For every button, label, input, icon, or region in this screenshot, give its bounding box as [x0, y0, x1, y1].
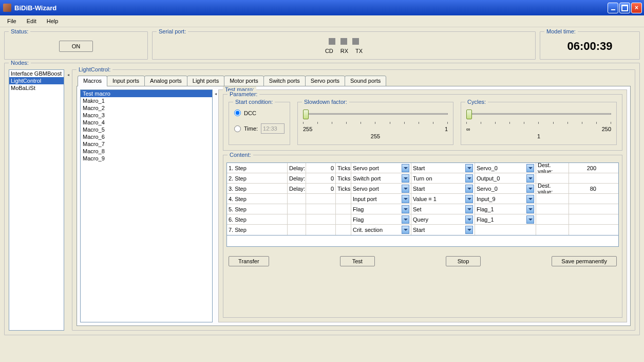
step-label: 6. Step — [227, 214, 288, 224]
tab-motor-ports[interactable]: Motor ports — [224, 76, 264, 86]
chevron-down-icon[interactable] — [465, 164, 473, 172]
tab-light-ports[interactable]: Light ports — [187, 76, 224, 86]
chevron-down-icon[interactable] — [526, 164, 534, 172]
chevron-down-icon[interactable] — [526, 205, 534, 213]
delay-value[interactable] — [306, 194, 336, 204]
close-button[interactable]: × — [631, 3, 642, 13]
node-item[interactable]: LightControl — [9, 77, 64, 84]
action-select[interactable]: Set — [411, 204, 475, 214]
time-input[interactable] — [261, 123, 285, 134]
status-on-button[interactable]: ON — [59, 41, 93, 52]
slowdown-thumb[interactable] — [303, 110, 309, 119]
target-select[interactable]: Output_0 — [475, 173, 536, 183]
test-button[interactable]: Test — [340, 256, 375, 266]
splitter-nodes[interactable] — [67, 68, 69, 331]
macro-item[interactable]: Macro_3 — [81, 112, 212, 119]
chevron-down-icon[interactable] — [526, 185, 534, 193]
save-permanently-button[interactable]: Save permanently — [552, 256, 617, 266]
step-row: 5. StepFlagSetFlag_1 — [227, 204, 618, 214]
target-select[interactable]: Flag_1 — [475, 204, 536, 214]
chevron-down-icon[interactable] — [402, 174, 409, 183]
macro-item[interactable]: Test macro — [81, 90, 212, 97]
dest-value[interactable]: 200 — [569, 163, 598, 173]
chevron-down-icon[interactable] — [402, 185, 409, 193]
target-select[interactable]: Input_9 — [475, 194, 536, 204]
node-item[interactable]: Interface GBMBoost — [9, 70, 64, 77]
port-type-select-value: Flag — [353, 206, 364, 212]
minimize-button[interactable] — [608, 3, 618, 13]
menu-help[interactable]: Help — [43, 17, 63, 25]
splitter-macros[interactable] — [215, 89, 216, 322]
delay-value[interactable]: 0 — [306, 173, 336, 183]
parameter-legend: Parameter: — [228, 91, 259, 97]
tab-sound-ports[interactable]: Sound ports — [345, 76, 386, 86]
menu-file[interactable]: File — [3, 17, 21, 25]
macro-item[interactable]: Macro_5 — [81, 126, 212, 133]
chevron-down-icon[interactable] — [526, 215, 534, 224]
step-row: 7. StepCrit. sectionStart — [227, 225, 618, 235]
delay-value[interactable]: 0 — [306, 163, 336, 173]
tab-macros[interactable]: Macros — [78, 76, 107, 86]
target-select[interactable]: Servo_0 — [475, 163, 536, 173]
target-select[interactable]: Servo_0 — [475, 184, 536, 193]
port-type-select[interactable]: Flag — [351, 204, 411, 214]
tab-servo-ports[interactable]: Servo ports — [305, 76, 345, 86]
dest-value[interactable]: 80 — [569, 184, 598, 193]
menu-edit[interactable]: Edit — [23, 17, 41, 25]
chevron-down-icon[interactable] — [402, 164, 409, 172]
port-type-select[interactable]: Servo port — [351, 184, 411, 193]
chevron-down-icon[interactable] — [465, 226, 473, 234]
chevron-down-icon[interactable] — [526, 195, 534, 203]
port-type-select[interactable]: Switch port — [351, 173, 411, 183]
macro-item[interactable]: Makro_1 — [81, 97, 212, 104]
port-type-select[interactable]: Servo port — [351, 163, 411, 173]
port-type-select[interactable]: Flag — [351, 214, 411, 224]
node-list[interactable]: Interface GBMBoostLightControlMoBaLiSt — [9, 69, 64, 331]
cycles-min: ∞ — [466, 126, 470, 132]
time-radio[interactable] — [234, 125, 241, 132]
transfer-button[interactable]: Transfer — [229, 256, 269, 266]
maximize-button[interactable] — [619, 3, 630, 13]
macro-item[interactable]: Macro_7 — [81, 140, 212, 148]
chevron-down-icon[interactable] — [402, 215, 409, 224]
delay-value[interactable] — [306, 225, 336, 235]
dcc-radio[interactable] — [234, 110, 241, 116]
chevron-down-icon[interactable] — [465, 185, 473, 193]
content-legend: Content: — [228, 152, 253, 158]
chevron-down-icon[interactable] — [465, 205, 473, 213]
tab-switch-ports[interactable]: Switch ports — [263, 76, 306, 86]
action-select[interactable]: Turn on — [411, 173, 475, 183]
macro-item[interactable]: Macro_4 — [81, 119, 212, 126]
macro-list[interactable]: Test macroMakro_1Macro_2Macro_3Macro_4Ma… — [80, 89, 213, 322]
start-condition-group: Start condition: DCC Time: — [229, 102, 290, 145]
delay-value[interactable]: 0 — [306, 184, 336, 193]
target-select[interactable]: Flag_1 — [475, 214, 536, 224]
step-row: 4. StepInput portValue = 1Input_9 — [227, 194, 618, 204]
port-type-select[interactable]: Input port — [351, 194, 411, 204]
cycles-thumb[interactable] — [466, 110, 472, 119]
action-select[interactable]: Query — [411, 214, 475, 224]
action-select[interactable]: Start — [411, 184, 475, 193]
chevron-down-icon[interactable] — [465, 215, 473, 224]
chevron-down-icon[interactable] — [402, 205, 409, 213]
tab-analog-ports[interactable]: Analog ports — [144, 76, 187, 86]
step-row: 6. StepFlagQueryFlag_1 — [227, 214, 618, 225]
macro-item[interactable]: Macro_2 — [81, 104, 212, 112]
macro-item[interactable]: Macro_6 — [81, 133, 212, 140]
tab-input-ports[interactable]: Input ports — [107, 76, 145, 86]
macro-item[interactable]: Macro_9 — [81, 155, 212, 162]
delay-value[interactable] — [306, 214, 336, 224]
chevron-down-icon[interactable] — [402, 226, 409, 234]
chevron-down-icon[interactable] — [526, 174, 534, 183]
delay-value[interactable] — [306, 204, 336, 214]
chevron-down-icon[interactable] — [402, 195, 409, 203]
chevron-down-icon[interactable] — [465, 174, 473, 183]
chevron-down-icon[interactable] — [465, 195, 473, 203]
port-type-select[interactable]: Crit. section — [351, 225, 411, 235]
action-select[interactable]: Start — [411, 163, 475, 173]
stop-button[interactable]: Stop — [446, 256, 481, 266]
node-item[interactable]: MoBaLiSt — [9, 84, 64, 92]
action-select[interactable]: Value = 1 — [411, 194, 475, 204]
action-select[interactable]: Start — [411, 225, 475, 235]
macro-item[interactable]: Macro_8 — [81, 148, 212, 155]
